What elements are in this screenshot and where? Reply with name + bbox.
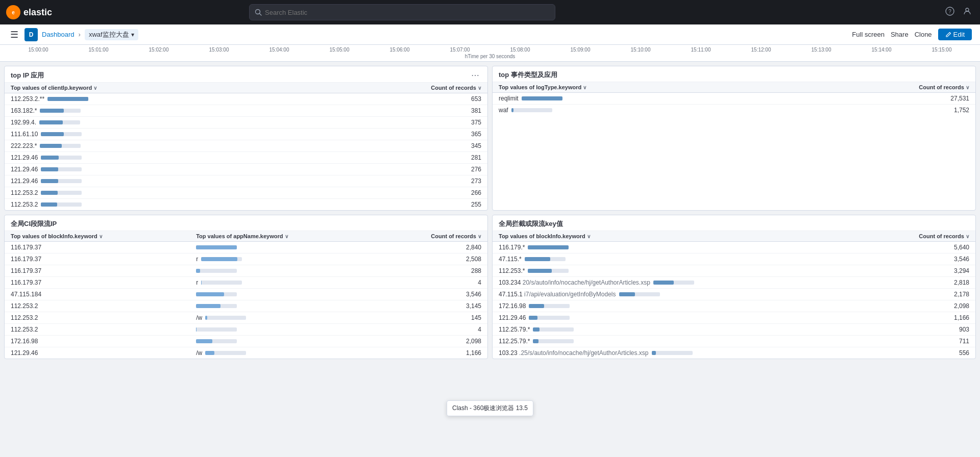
block-value: 116.179.*: [499, 244, 525, 251]
hamburger-menu-button[interactable]: ☰: [8, 27, 20, 42]
count-cell: 711: [844, 336, 975, 347]
sort-icon-key-col2: ∨: [966, 234, 969, 239]
breadcrumb-current-label: xwaf监控大盘: [89, 30, 129, 39]
fullscreen-button[interactable]: Full screen: [852, 31, 885, 38]
svg-line-3: [260, 14, 262, 16]
bar-fill: [528, 245, 569, 249]
ip-cell: 112.253.2: [5, 187, 300, 199]
count-cell: 381: [300, 105, 487, 117]
table-row: 116.179.37 r 4: [5, 277, 487, 289]
table-row: 112.25.79.* 903: [493, 324, 975, 336]
bar-fill: [522, 96, 562, 100]
bar-fill: [525, 257, 550, 261]
block-cell: 116.179.37: [5, 277, 190, 289]
block-cell: 116.179.37: [5, 253, 190, 265]
global-key-col1-label: Top values of blockInfo.keyword: [499, 233, 585, 239]
table-row: 172.16.98 2,098: [493, 300, 975, 312]
count-cell: 4: [376, 277, 487, 289]
global-key-table: Top values of blockInfo.keyword ∨ Count …: [493, 231, 975, 359]
global-key-panel-header: 全局拦截或限流key值: [493, 215, 975, 231]
bar-background: [528, 269, 569, 273]
global-key-col2-header[interactable]: Count of records ∨: [844, 231, 975, 242]
search-bar[interactable]: [249, 4, 555, 20]
bar-bg: [196, 292, 237, 296]
bar-fill: [41, 167, 58, 171]
breadcrumb-dropdown-button[interactable]: ▾: [131, 31, 134, 38]
table-row: 163.182.* 381: [5, 105, 487, 117]
avatar-badge: D: [24, 28, 38, 41]
top-ip-col2-header[interactable]: Count of records ∨: [300, 83, 487, 93]
app-value: /w: [196, 349, 202, 357]
app-cell: [190, 336, 376, 347]
user-icon[interactable]: [961, 5, 974, 20]
global-ci-col3-header[interactable]: Count of records ∨: [376, 231, 487, 242]
time-ticks: 15:00:0015:01:0015:02:0015:03:0015:04:00…: [8, 47, 972, 53]
bar-fill: [528, 269, 551, 273]
count-cell: 3,294: [844, 265, 975, 277]
bar-background: [533, 339, 574, 343]
svg-text:?: ?: [948, 9, 951, 14]
bar-bg: [196, 339, 237, 343]
time-tick: 15:02:00: [129, 47, 189, 53]
bar-fill: [40, 144, 61, 148]
top-ip-panel-menu-button[interactable]: ⋯: [469, 70, 481, 80]
top-ip-table: Top values of clientIp.keyword ∨ Count o…: [5, 83, 487, 210]
global-ci-col1-header[interactable]: Top values of blockInfo.keyword ∨: [5, 231, 190, 242]
breadcrumb-home[interactable]: Dashboard: [42, 31, 75, 38]
global-ci-table: Top values of blockInfo.keyword ∨ Top va…: [5, 231, 487, 359]
bar-background: [533, 327, 574, 332]
sort-icon-event-col1: ∨: [583, 85, 586, 90]
top-navigation: e elastic ?: [0, 0, 980, 24]
table-row: 111.61.10 365: [5, 129, 487, 140]
global-key-col1-header[interactable]: Top values of blockInfo.keyword ∨: [493, 231, 844, 242]
time-tick: 15:09:00: [550, 47, 610, 53]
count-cell: 653: [300, 93, 487, 105]
app-cell: [190, 300, 376, 312]
count-cell: 3,546: [376, 289, 487, 300]
top-ip-panel-title: top IP 应用: [11, 71, 44, 80]
share-button[interactable]: Share: [891, 31, 909, 38]
bar-background: [522, 96, 562, 100]
top-event-col2-header[interactable]: Count of records ∨: [790, 82, 975, 93]
ip-cell: 111.61.10: [5, 129, 300, 140]
block-cell: 112.253.*: [493, 265, 844, 277]
ip-value: 163.182.*: [11, 107, 37, 114]
bar-bg: [205, 351, 246, 355]
top-event-col1-header[interactable]: Top values of logType.keyword ∨: [493, 82, 790, 93]
sort-icon-ci-col2: ∨: [285, 234, 288, 239]
top-event-table: Top values of logType.keyword ∨ Count of…: [493, 82, 975, 116]
count-cell: 2,098: [376, 336, 487, 347]
app-cell: [190, 289, 376, 300]
count-cell: 3,145: [376, 300, 487, 312]
bar-background: [653, 281, 694, 285]
event-type-value: reqlimit: [499, 95, 519, 102]
block-value: 112.25.79.*: [499, 338, 530, 345]
breadcrumb-separator: ›: [79, 31, 81, 38]
block-cell: 103.23 .25/s/auto/info/nocache/hj/getAut…: [493, 347, 844, 359]
global-ci-panel-title: 全局CI段限流IP: [11, 219, 57, 229]
bar-bg: [196, 269, 237, 273]
ip-cell: 192.99.4.: [5, 117, 300, 129]
clone-button[interactable]: Clone: [915, 31, 932, 38]
table-row: 121.29.46 281: [5, 152, 487, 164]
block-cell: 121.29.46: [493, 312, 844, 324]
top-ip-col1-label: Top values of clientIp.keyword: [11, 85, 92, 91]
sort-icon-col2: ∨: [478, 85, 481, 91]
table-row: 103.234 20/s/auto/info/nocache/hj/getAut…: [493, 277, 975, 289]
edit-button[interactable]: Edit: [938, 29, 972, 40]
help-icon[interactable]: ?: [943, 5, 957, 20]
sort-icon-key-col1: ∨: [587, 234, 591, 239]
bar-background: [41, 156, 82, 160]
top-ip-col1-header[interactable]: Top values of clientIp.keyword ∨: [5, 83, 300, 93]
count-cell: 2,840: [376, 242, 487, 253]
ip-cell: 222.223.*: [5, 140, 300, 152]
bar-fill: [619, 292, 635, 296]
table-row: 47.115.1 i7/api/evaluation/getInfoByMode…: [493, 289, 975, 300]
ip-value: 121.29.46: [11, 166, 38, 173]
top-ip-panel-header: top IP 应用 ⋯: [5, 66, 487, 83]
table-row: 116.179.37 2,840: [5, 242, 487, 253]
bar-background: [619, 292, 660, 296]
search-input[interactable]: [265, 9, 550, 16]
global-ci-col2-header[interactable]: Top values of appName.keyword ∨: [190, 231, 376, 242]
block-value: 112.253.*: [499, 267, 525, 274]
